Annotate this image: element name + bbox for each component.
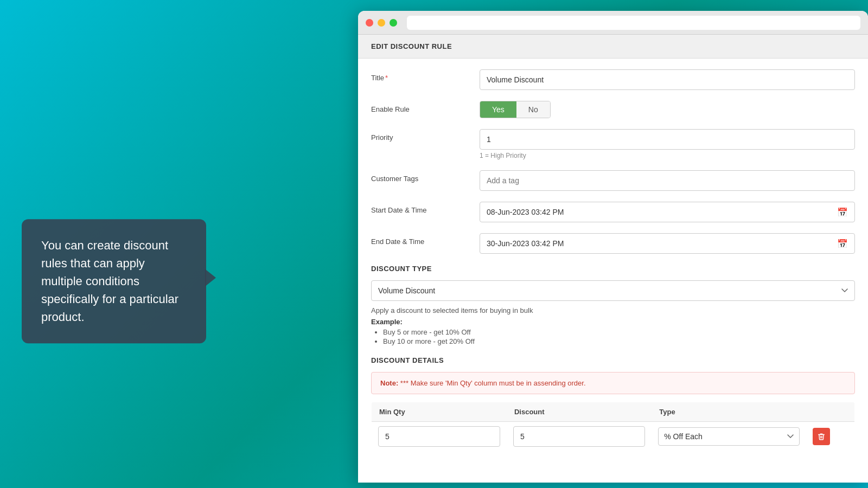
note-prefix: Note: — [380, 379, 398, 387]
enable-rule-control: Yes No — [480, 101, 855, 118]
discount-type-header: DISCOUNT TYPE — [371, 265, 855, 273]
end-date-value: 30-Jun-2023 03:42 PM — [487, 239, 564, 248]
discount-input[interactable] — [513, 426, 645, 447]
end-date-display[interactable]: 30-Jun-2023 03:42 PM 📅 — [480, 233, 855, 254]
end-date-row: End Date & Time 30-Jun-2023 03:42 PM 📅 — [371, 233, 855, 254]
customer-tags-label: Customer Tags — [371, 170, 480, 183]
start-date-row: Start Date & Time 08-Jun-2023 03:42 PM 📅 — [371, 202, 855, 222]
close-button[interactable] — [366, 19, 373, 27]
end-calendar-icon: 📅 — [837, 239, 848, 249]
th-action — [806, 402, 854, 422]
title-row: Title* — [371, 69, 855, 90]
discount-type-select[interactable]: Volume Discount Fixed Price Percentage O… — [371, 280, 855, 301]
toggle-group: Yes No — [480, 101, 551, 118]
example-label: Example: — [371, 318, 855, 326]
priority-control: 1 = High Priority — [480, 129, 855, 159]
priority-label: Priority — [371, 129, 480, 142]
customer-tags-input[interactable] — [480, 170, 855, 191]
discount-table: Min Qty Discount Type — [371, 402, 855, 452]
start-date-label: Start Date & Time — [371, 202, 480, 214]
section-header: EDIT DISCOUNT RULE — [358, 35, 868, 59]
browser-window: EDIT DISCOUNT RULE Title* Enable Rule — [358, 11, 868, 483]
start-date-display[interactable]: 08-Jun-2023 03:42 PM 📅 — [480, 202, 855, 222]
trash-icon — [818, 433, 825, 440]
discount-details-header: DISCOUNT DETAILS — [371, 356, 855, 364]
discount-type-description: Apply a discount to selected items for b… — [371, 306, 855, 314]
th-min-qty: Min Qty — [372, 402, 507, 422]
page-content: EDIT DISCOUNT RULE Title* Enable Rule — [358, 35, 868, 483]
example-list: Buy 5 or more - get 10% Off Buy 10 or mo… — [371, 328, 855, 345]
title-control-wrap — [480, 69, 855, 90]
section-title: EDIT DISCOUNT RULE — [371, 42, 452, 50]
title-label: Title* — [371, 69, 480, 82]
start-date-control: 08-Jun-2023 03:42 PM 📅 — [480, 202, 855, 222]
priority-hint: 1 = High Priority — [480, 152, 855, 159]
end-date-control: 30-Jun-2023 03:42 PM 📅 — [480, 233, 855, 254]
note-box: Note: *** Make sure 'Min Qty' column mus… — [371, 372, 855, 394]
end-date-label: End Date & Time — [371, 233, 480, 246]
enable-rule-row: Enable Rule Yes No — [371, 101, 855, 118]
browser-titlebar — [358, 11, 868, 35]
title-input[interactable] — [480, 69, 855, 90]
th-type: Type — [652, 402, 806, 422]
address-bar[interactable] — [407, 16, 860, 30]
maximize-button[interactable] — [390, 19, 397, 27]
td-action — [806, 422, 854, 452]
enable-yes-button[interactable]: Yes — [480, 101, 516, 118]
minimize-button[interactable] — [378, 19, 385, 27]
start-date-value: 08-Jun-2023 03:42 PM — [487, 208, 564, 216]
priority-input[interactable] — [480, 129, 855, 150]
table-header-row: Min Qty Discount Type — [372, 402, 855, 422]
td-type: % Off Each Fixed Price Amount Off Each — [652, 422, 806, 452]
customer-tags-row: Customer Tags — [371, 170, 855, 191]
customer-tags-control — [480, 170, 855, 191]
example-item-1: Buy 5 or more - get 10% Off — [383, 328, 855, 336]
enable-no-button[interactable]: No — [516, 101, 550, 118]
delete-row-button[interactable] — [813, 428, 830, 445]
discount-details-section: DISCOUNT DETAILS Note: *** Make sure 'Mi… — [371, 356, 855, 452]
note-text: *** Make sure 'Min Qty' column must be i… — [400, 379, 586, 387]
callout-box: You can create discount rules that can a… — [22, 219, 206, 343]
form-body: Title* Enable Rule Yes No — [358, 59, 868, 463]
enable-rule-label: Enable Rule — [371, 101, 480, 113]
start-calendar-icon: 📅 — [837, 207, 848, 217]
td-min-qty — [372, 422, 507, 452]
callout-text: You can create discount rules that can a… — [41, 239, 178, 324]
th-discount: Discount — [507, 402, 652, 422]
type-select[interactable]: % Off Each Fixed Price Amount Off Each — [658, 427, 800, 446]
table-row: % Off Each Fixed Price Amount Off Each — [372, 422, 855, 452]
example-item-2: Buy 10 or more - get 20% Off — [383, 337, 855, 345]
discount-type-section: DISCOUNT TYPE Volume Discount Fixed Pric… — [371, 265, 855, 345]
priority-row: Priority 1 = High Priority — [371, 129, 855, 159]
td-discount — [507, 422, 652, 452]
min-qty-input[interactable] — [378, 426, 500, 447]
